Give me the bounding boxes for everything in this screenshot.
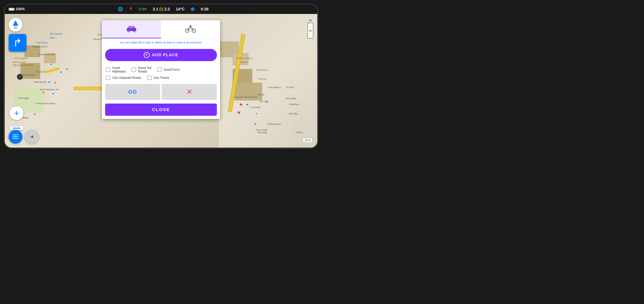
route-options: AvoidHighways Avoid TollRoads Avoid Ferr… (102, 63, 220, 82)
temperature: 14°C (176, 7, 184, 11)
avoid-highways-label: AvoidHighways (112, 66, 126, 73)
back-icon: ◄ (29, 134, 34, 140)
bottom-controls: ◄ (9, 130, 38, 144)
map-label: Divin Ostilia (286, 98, 296, 100)
time-display: 0:36 (201, 7, 209, 11)
map-label: San Sebastiano al P (40, 88, 60, 91)
use-unpaved-checkbox[interactable] (106, 76, 110, 80)
speed-display: 2.1 (!) 2.2 (153, 7, 170, 11)
map-label: Nerone (241, 61, 248, 63)
avoid-highways-option[interactable]: AvoidHighways (106, 66, 126, 73)
gps-icon: 📍 (129, 7, 133, 11)
map-label: Ludus Magnus (268, 86, 281, 88)
options-row-2: Use Unpaved Roads Use Tracks (106, 74, 216, 81)
map-label: Pane&Vino (289, 103, 299, 106)
navigation-arrow-button[interactable]: ↱ (9, 34, 26, 52)
status-center: 🌐 📍 5.0m 2.1 (!) 2.2 14°C 🔵 0:36 (118, 7, 208, 12)
use-tracks-label: Use Tracks (154, 76, 169, 80)
scale-label: 20 m (303, 138, 312, 143)
transport-tabs (102, 20, 220, 38)
battery-percent: 100% (16, 7, 25, 11)
compass-button[interactable]: 3D (9, 18, 22, 32)
bike-transport-tab[interactable] (161, 20, 220, 38)
map-label: Gran Caffe Martini & Rossi (234, 96, 257, 98)
cancel-button[interactable]: ✕ (162, 84, 217, 100)
map-label: Passionisti (258, 132, 267, 134)
add-place-button[interactable]: + ADD PLACE (105, 49, 217, 61)
zoom-controls: + (10, 106, 24, 120)
battery-icon (9, 8, 14, 11)
avoid-toll-checkbox[interactable] (132, 68, 136, 72)
add-place-label: ADD PLACE (152, 53, 178, 57)
plus-icon: + (14, 109, 19, 118)
zoom-in-button[interactable]: + (10, 106, 24, 120)
turn-arrow-icon: ↱ (13, 36, 22, 49)
svg-rect-5 (129, 26, 134, 28)
3d-label: 3D (14, 26, 17, 29)
scale-box: m (308, 23, 313, 38)
map-label: Cafe Cafe (259, 100, 268, 103)
map-label: Colosseo (258, 78, 266, 80)
action-buttons: GO ✕ (105, 84, 217, 100)
map-label: Aula Regia (18, 97, 29, 99)
back-button[interactable]: ◄ (25, 130, 38, 144)
menu-button[interactable] (9, 130, 22, 144)
use-unpaved-option[interactable]: Use Unpaved Roads (106, 76, 141, 80)
map-label: Foyer Unitas (256, 129, 267, 131)
hamburger-icon (12, 135, 18, 139)
car-icon (126, 24, 138, 34)
options-row-1: AvoidHighways Avoid TollRoads Avoid Ferr… (106, 65, 216, 74)
map-label: Angelino ai Fori (32, 45, 47, 48)
scale-unit: m (309, 29, 312, 32)
avoid-ferry-option[interactable]: Avoid Ferry (157, 68, 180, 72)
svg-point-4 (134, 30, 135, 32)
swipe-hint: You can swipe left or right to delete an… (102, 38, 220, 47)
add-place-plus-icon: + (144, 52, 150, 58)
status-left: 100% (9, 7, 25, 11)
map-label: My Bar (258, 94, 264, 96)
avoid-ferry-checkbox[interactable] (157, 68, 162, 72)
use-unpaved-label: Use Unpaved Roads (112, 76, 141, 80)
map-label: Hotel Roma... (36, 41, 50, 44)
use-tracks-checkbox[interactable] (147, 76, 152, 80)
close-button[interactable]: CLOSE (105, 104, 217, 116)
map-label: Via Claudia (250, 106, 260, 109)
avoid-toll-option[interactable]: Avoid TollRoads (132, 66, 151, 73)
map-label: Thermae Traianae (236, 57, 252, 59)
route-panel: You can swipe left or right to delete an… (102, 20, 220, 119)
map-label: Via Labic... (286, 86, 296, 88)
avoid-highways-checkbox[interactable] (106, 68, 110, 72)
map-label: Via Ann... (296, 132, 304, 134)
map-label: Portico medievale (38, 53, 55, 56)
go-button[interactable]: GO (105, 84, 160, 100)
compass-arrow (13, 20, 18, 26)
zoom-out-button[interactable] (10, 126, 24, 130)
gps-accuracy: 5.0m (139, 7, 147, 11)
map-label: Alle Carrette (50, 33, 62, 35)
map-label: Bairr... (50, 36, 56, 39)
globe-icon: 🌐 (118, 7, 123, 12)
use-tracks-option[interactable]: Use Tracks (147, 76, 169, 80)
avoid-ferry-label: Avoid Ferry (164, 68, 180, 72)
map-label: Ninfeo/Nymphae (20, 74, 35, 76)
mountain-icon: ⛰ (308, 18, 312, 22)
bike-icon (184, 24, 196, 34)
cancel-icon: ✕ (186, 88, 192, 96)
map-label: della Casa delle Vestali (12, 64, 33, 66)
map-label: Arco di Augusto (14, 57, 28, 59)
bluetooth-icon: 🔵 (190, 7, 195, 11)
zoom-out-area (10, 126, 24, 130)
svg-point-2 (128, 30, 129, 32)
map-label: Domus Aurea (256, 69, 268, 71)
minus-icon (12, 128, 20, 129)
car-transport-tab[interactable] (102, 20, 161, 38)
status-bar: 100% 🌐 📍 5.0m 2.1 (!) 2.2 14°C 🔵 0:36 (5, 4, 317, 14)
map-label: Via Marco Aure... (267, 123, 282, 125)
scale-bar: ⛰ m (308, 18, 313, 38)
avoid-toll-label: Avoid TollRoads (138, 66, 151, 73)
map-label: Via Nova (36, 71, 45, 73)
map-label: degli Specchi (34, 81, 47, 83)
device-frame: 100% 🌐 📍 5.0m 2.1 (!) 2.2 14°C 🔵 0:36 (4, 3, 318, 149)
map-controls: 3D ↱ (9, 18, 26, 52)
map-label: Chiesa di San Bonave (36, 102, 55, 105)
